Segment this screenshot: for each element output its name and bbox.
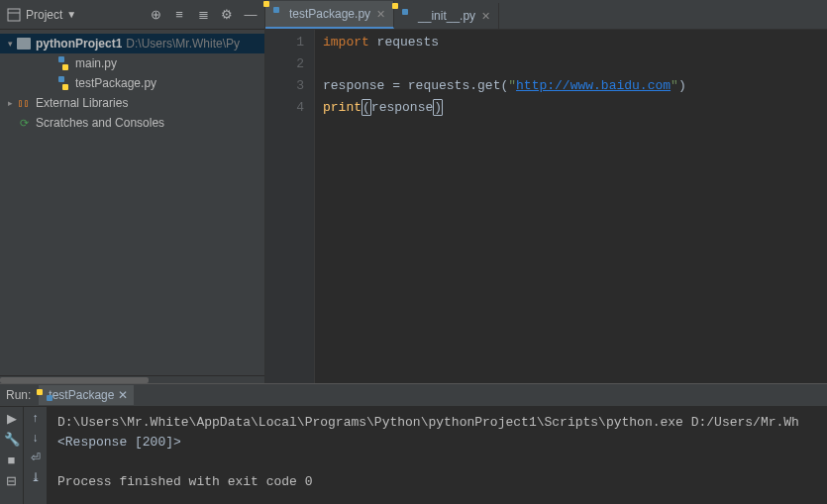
line-number: 4 bbox=[265, 97, 304, 119]
external-libraries[interactable]: ▸ ⫾⫾ External Libraries bbox=[0, 93, 264, 113]
project-name: pythonProject1 bbox=[36, 37, 122, 50]
collapse-all-icon[interactable]: ≣ bbox=[195, 7, 211, 23]
run-toolbar-left: ▶ 🔧 ■ ⊟ bbox=[0, 407, 24, 504]
close-icon[interactable]: ✕ bbox=[118, 388, 128, 402]
code-editor[interactable]: 1 2 3 4 import requests response = reque… bbox=[265, 30, 827, 383]
up-icon[interactable]: ↑ bbox=[33, 411, 39, 425]
scroll-to-end-icon[interactable]: ⤓ bbox=[31, 470, 41, 484]
file-label: main.py bbox=[75, 56, 117, 70]
dropdown-icon[interactable]: ▼ bbox=[66, 9, 76, 20]
file-main-py[interactable]: main.py bbox=[0, 53, 264, 73]
python-file-icon bbox=[271, 7, 285, 21]
libraries-icon: ⫾⫾ bbox=[16, 95, 32, 111]
gear-icon[interactable]: ⚙ bbox=[219, 7, 235, 23]
editor-tab-bar: testPackage.py ✕ __init__.py ✕ bbox=[265, 0, 827, 30]
console-output[interactable]: D:\Users\Mr.White\AppData\Local\Programs… bbox=[48, 407, 827, 504]
project-root[interactable]: ▾ pythonProject1 D:\Users\Mr.White\Py bbox=[0, 34, 264, 53]
scratches-consoles[interactable]: ⟳ Scratches and Consoles bbox=[0, 113, 264, 133]
run-tab[interactable]: testPackage ✕ bbox=[39, 385, 134, 405]
chevron-down-icon[interactable]: ▾ bbox=[4, 39, 16, 49]
code-area[interactable]: import requests response = requests.get(… bbox=[315, 30, 827, 383]
scrollbar-thumb[interactable] bbox=[0, 377, 149, 383]
project-sidebar: Project ▼ ⊕ ≡ ≣ ⚙ — ▾ pythonProject1 D:\… bbox=[0, 0, 265, 383]
sidebar-title: Project bbox=[26, 8, 62, 22]
soft-wrap-icon[interactable]: ⏎ bbox=[31, 451, 41, 464]
sidebar-tools: ⊕ ≡ ≣ ⚙ — bbox=[148, 7, 258, 23]
folder-icon bbox=[16, 36, 32, 51]
tab-label: testPackage.py bbox=[289, 7, 370, 21]
expand-all-icon[interactable]: ≡ bbox=[171, 7, 187, 23]
run-body: ▶ 🔧 ■ ⊟ ↑ ↓ ⏎ ⤓ D:\Users\Mr.White\AppDat… bbox=[0, 407, 827, 504]
down-icon[interactable]: ↓ bbox=[33, 431, 39, 445]
editor-pane: testPackage.py ✕ __init__.py ✕ 1 2 3 4 i… bbox=[265, 0, 827, 383]
line-number: 1 bbox=[265, 32, 304, 53]
rerun-icon[interactable]: ▶ bbox=[7, 411, 17, 426]
python-file-icon bbox=[55, 75, 71, 91]
external-libraries-label: External Libraries bbox=[36, 96, 128, 110]
project-pane-icon bbox=[6, 7, 22, 23]
run-panel: Run: testPackage ✕ ▶ 🔧 ■ ⊟ ↑ ↓ ⏎ ⤓ D:\Us… bbox=[0, 383, 827, 504]
scratches-label: Scratches and Consoles bbox=[36, 116, 164, 130]
sidebar-scrollbar[interactable] bbox=[0, 375, 264, 383]
run-toolbar-right: ↑ ↓ ⏎ ⤓ bbox=[24, 407, 48, 504]
console-line: Process finished with exit code 0 bbox=[57, 474, 312, 489]
console-line: <Response [200]> bbox=[57, 435, 181, 450]
run-header: Run: testPackage ✕ bbox=[0, 384, 827, 407]
wrench-icon[interactable]: 🔧 bbox=[4, 432, 20, 447]
file-label: testPackage.py bbox=[75, 76, 156, 90]
tab-label: __init__.py bbox=[418, 9, 475, 23]
line-gutter: 1 2 3 4 bbox=[265, 30, 315, 383]
close-icon[interactable]: ✕ bbox=[481, 10, 490, 23]
chevron-right-icon[interactable]: ▸ bbox=[4, 98, 16, 108]
svg-rect-0 bbox=[8, 9, 20, 21]
tab-init[interactable]: __init__.py ✕ bbox=[394, 3, 499, 29]
layout-icon[interactable]: ⊟ bbox=[6, 473, 17, 488]
line-number: 2 bbox=[265, 53, 304, 75]
sidebar-header: Project ▼ ⊕ ≡ ≣ ⚙ — bbox=[0, 0, 264, 30]
line-number: 3 bbox=[265, 75, 304, 97]
stop-icon[interactable]: ■ bbox=[8, 453, 16, 467]
run-tab-label: testPackage bbox=[49, 388, 114, 402]
console-line: D:\Users\Mr.White\AppData\Local\Programs… bbox=[57, 415, 799, 430]
python-file-icon bbox=[55, 55, 71, 71]
hide-icon[interactable]: — bbox=[243, 7, 258, 23]
scratches-icon: ⟳ bbox=[16, 115, 32, 131]
file-testpackage-py[interactable]: testPackage.py bbox=[0, 73, 264, 93]
tab-testpackage[interactable]: testPackage.py ✕ bbox=[265, 1, 394, 29]
python-file-icon bbox=[400, 9, 414, 23]
close-icon[interactable]: ✕ bbox=[376, 8, 385, 21]
locate-icon[interactable]: ⊕ bbox=[148, 7, 163, 23]
run-label: Run: bbox=[6, 388, 31, 402]
project-path: D:\Users\Mr.White\Py bbox=[126, 37, 240, 50]
project-tree: ▾ pythonProject1 D:\Users\Mr.White\Py ma… bbox=[0, 30, 264, 375]
